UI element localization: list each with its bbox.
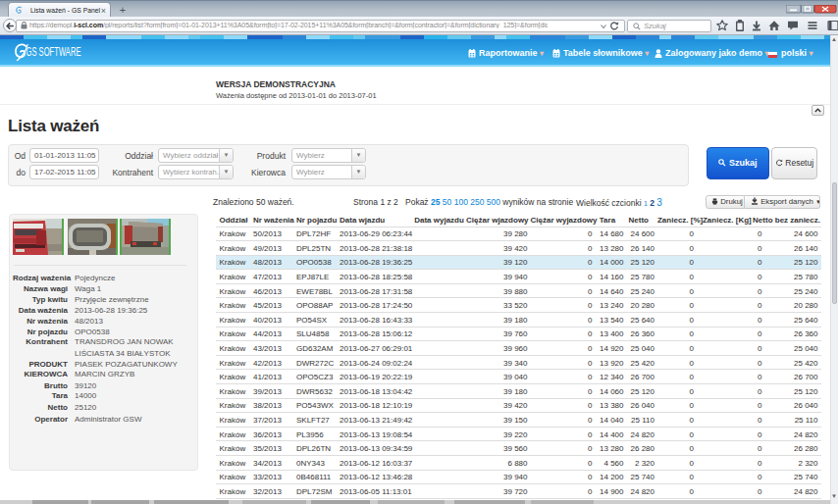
svg-text:GS SOFTWARE: GS SOFTWARE <box>26 45 81 59</box>
